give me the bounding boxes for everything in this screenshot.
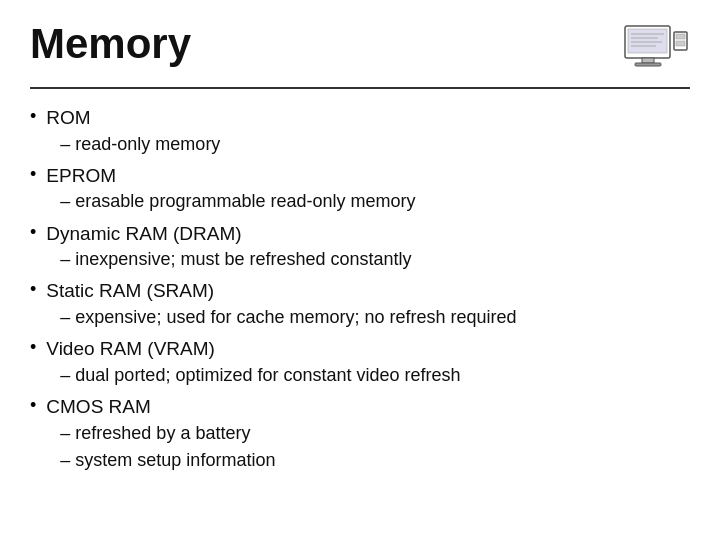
item-main: EPROM <box>46 163 415 190</box>
item-content: EPROM – erasable programmable read-only … <box>46 163 415 217</box>
list-item: • CMOS RAM – refreshed by a battery – sy… <box>30 394 690 475</box>
item-sub: – dual ported; optimized for constant vi… <box>46 363 460 388</box>
item-sub: – read-only memory <box>46 132 220 157</box>
item-content: Static RAM (SRAM) – expensive; used for … <box>46 278 516 332</box>
bullet: • <box>30 337 36 358</box>
item-content: CMOS RAM – refreshed by a battery – syst… <box>46 394 275 475</box>
item-main: Dynamic RAM (DRAM) <box>46 221 411 248</box>
bullet: • <box>30 279 36 300</box>
bullet: • <box>30 164 36 185</box>
list-item: • EPROM – erasable programmable read-onl… <box>30 163 690 217</box>
item-main: Static RAM (SRAM) <box>46 278 516 305</box>
list-item: • Static RAM (SRAM) – expensive; used fo… <box>30 278 690 332</box>
svg-rect-10 <box>676 41 685 46</box>
bullet: • <box>30 106 36 127</box>
item-sub: – inexpensive; must be refreshed constan… <box>46 247 411 272</box>
item-content: Dynamic RAM (DRAM) – inexpensive; must b… <box>46 221 411 275</box>
bullet: • <box>30 222 36 243</box>
item-main: Video RAM (VRAM) <box>46 336 460 363</box>
item-main: ROM <box>46 105 220 132</box>
page-title: Memory <box>30 20 191 68</box>
list-item: • Video RAM (VRAM) – dual ported; optimi… <box>30 336 690 390</box>
item-sub-1: – refreshed by a battery <box>46 421 275 446</box>
item-sub: – expensive; used for cache memory; no r… <box>46 305 516 330</box>
slide-container: Memory • <box>0 0 720 540</box>
item-sub-2: – system setup information <box>46 448 275 473</box>
bullet: • <box>30 395 36 416</box>
content-list: • ROM – read-only memory • EPROM – erasa… <box>30 105 690 475</box>
svg-rect-9 <box>676 34 685 39</box>
list-item: • Dynamic RAM (DRAM) – inexpensive; must… <box>30 221 690 275</box>
item-content: Video RAM (VRAM) – dual ported; optimize… <box>46 336 460 390</box>
list-item: • ROM – read-only memory <box>30 105 690 159</box>
thumbnail-icon <box>620 24 690 79</box>
item-main: CMOS RAM <box>46 394 275 421</box>
header-section: Memory <box>30 20 690 89</box>
item-sub: – erasable programmable read-only memory <box>46 189 415 214</box>
item-content: ROM – read-only memory <box>46 105 220 159</box>
svg-rect-3 <box>635 63 661 66</box>
svg-rect-2 <box>642 58 654 63</box>
svg-rect-1 <box>628 29 667 53</box>
